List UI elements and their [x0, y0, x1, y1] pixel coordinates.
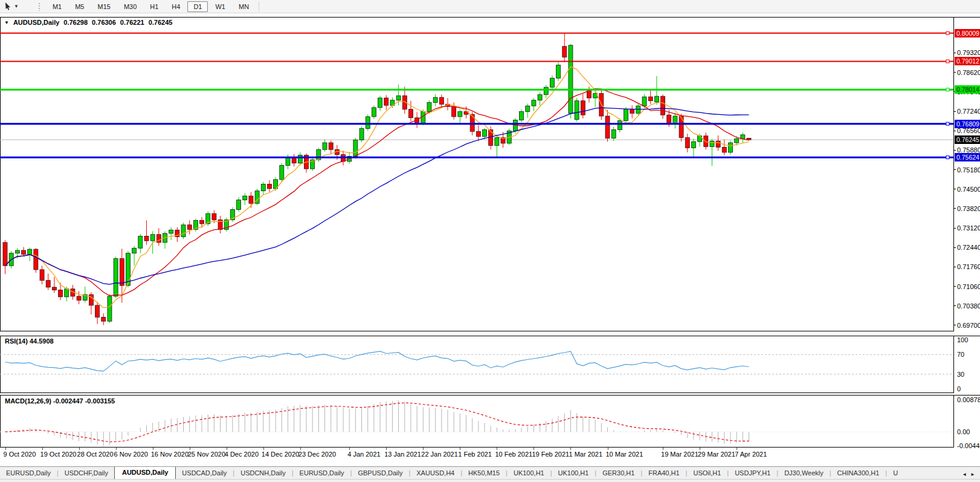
- macd-indicator-chart[interactable]: [0, 395, 980, 448]
- price-axis-label: 0.75180: [957, 166, 980, 174]
- level-price-badge[interactable]: 0.79012: [955, 57, 980, 65]
- ohlc-high: 0.76306: [92, 19, 116, 26]
- level-price-badge[interactable]: 0.76809: [955, 120, 980, 128]
- level-price-badge[interactable]: 0.78014: [955, 85, 980, 94]
- rsi-indicator-chart[interactable]: [0, 336, 980, 393]
- chart-tab-usdcad-daily[interactable]: USDCAD,Daily: [176, 467, 233, 479]
- date-axis-tick: [534, 448, 534, 450]
- current-price-badge: 0.76245: [955, 135, 980, 144]
- macd-signal-line: [5, 403, 749, 442]
- price-axis-tick: [953, 72, 956, 73]
- rsi-label: RSI(14) 44.5908: [5, 337, 54, 345]
- tab-scroll-arrows: ◄ ►: [959, 472, 980, 479]
- symbol-dropdown-icon: ▼: [4, 20, 9, 25]
- ohlc-open: 0.76298: [63, 19, 88, 26]
- chart-tab-uk100-h1[interactable]: UK100,H1: [552, 467, 595, 479]
- chart-tab-gbpusd-daily[interactable]: GBPUSD,Daily: [352, 467, 408, 479]
- price-axis-tick: [953, 189, 956, 189]
- level-drag-handle[interactable]: [946, 31, 949, 34]
- date-axis-tick: [349, 448, 350, 450]
- price-axis-tick: [953, 267, 956, 267]
- chart-tab-dj30-weekly[interactable]: DJ30,Weekly: [778, 467, 830, 479]
- tab-scroll-left-icon[interactable]: ◄: [962, 472, 967, 477]
- status-bar: [0, 479, 980, 482]
- timeframe-button-mn[interactable]: MN: [233, 1, 255, 12]
- date-axis-label: 28 Oct 2020: [77, 451, 114, 458]
- date-axis-tick: [5, 448, 6, 450]
- date-axis-label: 4 Jan 2021: [347, 451, 380, 458]
- chart-tab-usdjpy-h1[interactable]: USDJPY,H1: [729, 467, 776, 479]
- timeframe-button-m30[interactable]: M30: [118, 1, 143, 12]
- date-axis-tick: [300, 448, 301, 450]
- date-axis-label: 25 Nov 2020: [188, 451, 225, 458]
- date-axis-label: 13 Jan 2021: [384, 451, 421, 458]
- chart-tab-hk50-m15[interactable]: HK50,M15: [462, 467, 506, 479]
- macd-axis-label: 0.00: [957, 428, 970, 436]
- timeframe-button-m1[interactable]: M1: [47, 1, 68, 12]
- chart-tab-xauusd-h4[interactable]: XAUUSD,H4: [410, 467, 460, 479]
- price-axis-label: 0.77240: [957, 107, 980, 116]
- chevron-down-icon: ▼: [14, 4, 19, 9]
- date-axis-label: 10 Mar 2021: [606, 451, 643, 458]
- timeframe-button-m15[interactable]: M15: [91, 1, 116, 12]
- toolbar-separator: [259, 2, 259, 11]
- chart-tab-usdcnh-daily[interactable]: USDCNH,Daily: [234, 467, 292, 479]
- price-axis-tick: [953, 305, 956, 306]
- main-price-chart[interactable]: [0, 17, 980, 331]
- price-axis-label: 0.70380: [957, 302, 980, 310]
- date-axis-tick: [663, 448, 663, 450]
- ma-line-40: [5, 108, 749, 284]
- macd-label: MACD(12,26,9) -0.002447 -0.003155: [5, 397, 115, 405]
- level-drag-handle[interactable]: [946, 88, 949, 91]
- candles-group[interactable]: [3, 33, 751, 325]
- price-axis-tick: [953, 53, 956, 53]
- level-price-badge[interactable]: 0.80009: [955, 29, 980, 37]
- price-axis-label: 0.78620: [957, 68, 980, 77]
- date-axis-tick: [227, 448, 227, 450]
- timeframe-button-h1[interactable]: H1: [144, 1, 164, 12]
- date-axis-tick: [386, 448, 387, 450]
- chart-pointer-tool-button[interactable]: ▼: [0, 2, 21, 11]
- timeframe-buttons: M1M5M15M30H1H4D1W1MN: [46, 1, 256, 12]
- price-axis-label: 0.79320: [957, 48, 980, 57]
- level-price-badge[interactable]: 0.75624: [955, 153, 980, 161]
- chart-tab-eurusd-daily[interactable]: EURUSD,Daily: [294, 467, 350, 479]
- level-drag-handle[interactable]: [946, 60, 949, 63]
- date-axis-label: 14 Dec 2020: [262, 451, 299, 458]
- level-drag-handle[interactable]: [946, 122, 949, 125]
- tab-scroll-right-icon[interactable]: ►: [970, 472, 975, 477]
- chart-tab-audusd-daily[interactable]: AUDUSD,Daily: [114, 466, 176, 479]
- chart-tab-uk100-h1[interactable]: UK100,H1: [508, 467, 550, 479]
- date-axis-label: 22 Jan 2021: [421, 451, 458, 458]
- price-axis-label: 0.73120: [957, 224, 980, 232]
- macd-axis-label: 0.008782: [957, 396, 980, 404]
- date-axis-label: 4 Dec 2020: [225, 451, 259, 458]
- rsi-axis-label: 70: [957, 350, 964, 359]
- level-drag-handle[interactable]: [946, 156, 949, 159]
- chart-tab-fra40-h1[interactable]: FRA40,H1: [642, 467, 685, 479]
- timeframe-toolbar: ▼ M1M5M15M30H1H4D1W1MN: [0, 0, 980, 13]
- timeframe-button-m5[interactable]: M5: [69, 1, 90, 12]
- timeframe-button-d1[interactable]: D1: [187, 1, 208, 12]
- date-axis-tick: [263, 448, 264, 450]
- chart-tab-usdchf-daily[interactable]: USDCHF,Daily: [59, 467, 114, 479]
- price-axis-tick: [953, 208, 956, 209]
- timeframe-button-h4[interactable]: H4: [166, 1, 186, 12]
- ohlc-low: 0.76221: [120, 19, 144, 26]
- chart-tab-china300-h1[interactable]: CHINA300,H1: [831, 467, 886, 479]
- chart-tab-ger30-h1[interactable]: GER30,H1: [596, 467, 640, 479]
- date-axis-tick: [153, 448, 153, 450]
- toolbar-grip-handle[interactable]: [38, 2, 41, 11]
- date-axis-label: 29 Mar 2021: [698, 451, 735, 458]
- chart-tab-usoil-h1[interactable]: USOil,H1: [687, 467, 727, 479]
- timeframe-button-w1[interactable]: W1: [209, 1, 231, 12]
- date-axis: 9 Oct 202019 Oct 202028 Oct 20206 Nov 20…: [0, 448, 980, 463]
- rsi-axis-label: 100: [957, 336, 968, 344]
- ohlc-close: 0.76245: [149, 19, 173, 26]
- date-axis-label: 7 Apr 2021: [735, 451, 767, 458]
- chart-tab-eurusd-daily[interactable]: EURUSD,Daily: [0, 467, 57, 479]
- date-axis-tick: [190, 448, 190, 450]
- date-axis-tick: [42, 448, 43, 450]
- price-axis-label: 0.71060: [957, 282, 980, 291]
- chart-tab-u[interactable]: U: [887, 467, 904, 479]
